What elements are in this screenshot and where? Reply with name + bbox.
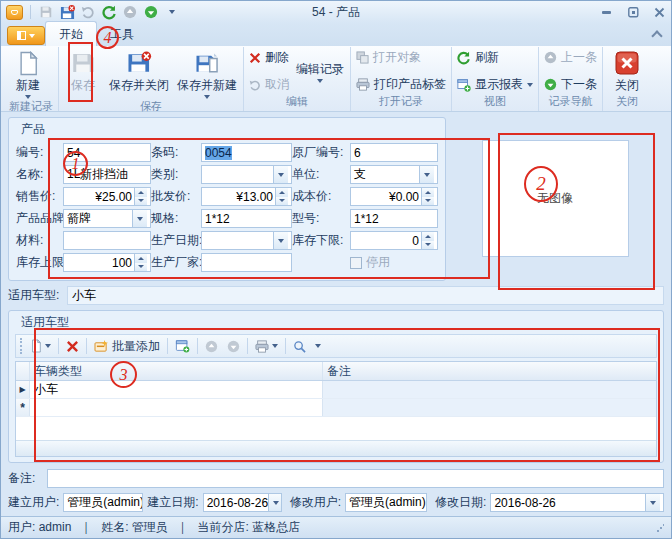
new-button[interactable]: 新建 <box>7 48 49 99</box>
chevron-down-icon[interactable] <box>132 210 147 227</box>
divider <box>197 338 198 354</box>
product-image-panel[interactable]: 无图像 <box>446 117 664 281</box>
code-input[interactable]: 54 <box>63 143 151 162</box>
unit-label: 单位: <box>292 166 350 183</box>
move-down-button[interactable] <box>225 339 242 354</box>
refresh-icon[interactable] <box>101 4 117 20</box>
barcode-label: 条码: <box>151 144 201 161</box>
stock-max-label: 库存上限: <box>16 254 63 271</box>
batch-add-button[interactable]: 批量添加 <box>92 337 162 356</box>
toolbar-drag-handle[interactable] <box>20 338 23 354</box>
app-menu-icon <box>17 31 26 40</box>
close-window-button[interactable] <box>652 6 666 18</box>
new-row[interactable]: * <box>16 399 656 417</box>
cancel-button[interactable]: 取消 <box>247 75 291 94</box>
oem-no-input[interactable]: 6 <box>350 143 438 162</box>
select-vehicle-type-button[interactable] <box>173 338 192 354</box>
disabled-checkbox[interactable]: 停用 <box>350 254 438 271</box>
stock-max-input[interactable]: 100 <box>63 253 151 272</box>
save-button[interactable]: 保存 <box>62 48 104 99</box>
status-branch: 当前分店: 蓝格总店 <box>198 519 301 536</box>
cost-price-input[interactable]: ¥0.00 <box>350 187 438 206</box>
spinner[interactable] <box>421 188 434 205</box>
material-label: 材料: <box>16 232 63 249</box>
applies-value-field[interactable]: 小车 <box>67 286 664 305</box>
save-close-icon[interactable] <box>59 4 75 20</box>
stock-min-input[interactable]: 0 <box>350 231 438 250</box>
next-record-button[interactable]: 下一条 <box>542 75 599 94</box>
created-on-combobox[interactable]: 2016-08-26 <box>203 493 282 512</box>
undo-icon[interactable] <box>80 4 96 20</box>
cell-vehicle-type[interactable] <box>30 399 323 416</box>
cell-remark[interactable] <box>323 399 656 416</box>
show-report-button[interactable]: 显示报表 <box>455 75 535 94</box>
form-body: 产品 编号: 54 条码: 0054 原厂编号: 6 名称: 1L新排挡油 类别… <box>1 112 671 512</box>
column-header-remark[interactable]: 备注 <box>323 362 656 380</box>
manufacturer-input[interactable] <box>201 253 292 272</box>
divider <box>58 338 59 354</box>
column-header-vehicle-type[interactable]: 车辆类型 <box>30 362 323 380</box>
app-icon[interactable] <box>6 5 23 20</box>
open-object-icon <box>356 51 369 64</box>
modified-on-combobox[interactable]: 2016-08-26 <box>490 493 664 512</box>
remark-label: 备注: <box>8 470 44 487</box>
vehicle-group-title: 适用车型 <box>9 311 663 333</box>
minimize-button[interactable] <box>600 6 614 18</box>
chevron-down-icon[interactable] <box>273 232 288 249</box>
category-combobox[interactable] <box>201 165 292 184</box>
save-new-button[interactable]: 保存并新建 <box>174 48 240 99</box>
add-row-button[interactable] <box>28 338 53 354</box>
brand-combobox[interactable]: 箭牌 <box>63 209 151 228</box>
print-label-button[interactable]: 打印产品标签 <box>354 75 448 94</box>
barcode-input[interactable]: 0054 <box>201 143 292 162</box>
chevron-down-icon[interactable] <box>645 494 660 511</box>
export-button[interactable] <box>253 339 280 354</box>
wholesale-price-input[interactable]: ¥13.00 <box>201 187 292 206</box>
tab-tools[interactable]: 工具 <box>97 22 147 46</box>
chevron-down-icon[interactable] <box>426 494 427 511</box>
prod-date-combobox[interactable] <box>201 231 292 250</box>
tab-start[interactable]: 开始 <box>45 21 97 46</box>
material-input[interactable] <box>63 231 151 250</box>
delete-button[interactable]: 删除 <box>247 48 291 67</box>
cell-remark[interactable] <box>323 381 656 398</box>
unit-combobox[interactable]: 支 <box>350 165 438 184</box>
created-by-combobox[interactable]: 管理员(admin) <box>63 493 143 512</box>
next-record-icon[interactable] <box>143 4 159 20</box>
spinner[interactable] <box>421 232 434 249</box>
close-button[interactable]: 关闭 <box>606 48 648 94</box>
table-row[interactable]: ▶ 小车 <box>16 381 656 399</box>
name-input[interactable]: 1L新排挡油 <box>63 165 151 184</box>
prev-record-button[interactable]: 上一条 <box>542 48 599 67</box>
prev-record-icon[interactable] <box>122 4 138 20</box>
chevron-down-icon <box>45 344 51 348</box>
grid-horizontal-scrollbar[interactable] <box>16 440 656 456</box>
refresh-button[interactable]: 刷新 <box>455 48 535 67</box>
application-menu-button[interactable] <box>7 26 45 45</box>
modified-by-combobox[interactable]: 管理员(admin) <box>345 493 427 512</box>
maximize-button[interactable] <box>626 6 640 18</box>
spinner[interactable] <box>134 254 147 271</box>
cell-vehicle-type[interactable]: 小车 <box>30 381 323 398</box>
qat-customize-icon[interactable] <box>164 4 180 20</box>
remark-input[interactable] <box>47 469 664 488</box>
collapse-ribbon-icon[interactable] <box>651 30 662 41</box>
open-object-button[interactable]: 打开对象 <box>354 48 448 67</box>
save-icon[interactable] <box>38 4 54 20</box>
chevron-down-icon[interactable] <box>268 494 282 511</box>
spinner[interactable] <box>134 188 147 205</box>
chevron-down-icon[interactable] <box>273 166 288 183</box>
spinner[interactable] <box>275 188 288 205</box>
search-button[interactable] <box>291 339 308 354</box>
sale-price-input[interactable]: ¥25.00 <box>63 187 151 206</box>
delete-row-button[interactable] <box>64 339 81 354</box>
toolbar-more-button[interactable] <box>313 343 323 349</box>
save-close-button[interactable]: 保存并关闭 <box>106 48 172 99</box>
spec-input[interactable]: 1*12 <box>201 209 292 228</box>
move-up-button[interactable] <box>203 339 220 354</box>
model-input[interactable]: 1*12 <box>350 209 438 228</box>
new-page-icon <box>17 50 39 76</box>
resize-grip[interactable] <box>656 524 664 532</box>
chevron-down-icon[interactable] <box>419 166 434 183</box>
edit-record-button[interactable]: 编辑记录 <box>293 48 347 94</box>
